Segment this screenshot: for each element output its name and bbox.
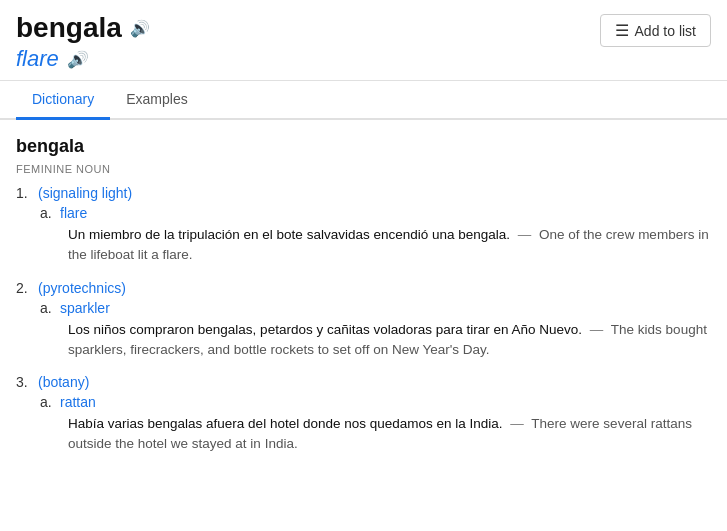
header: bengala 🔊 flare 🔊 ☰ Add to list — [0, 0, 727, 81]
sub-letter-1a: a. — [40, 205, 56, 221]
sub-word: flare 🔊 — [16, 46, 711, 72]
sub-word-text: flare — [16, 46, 59, 72]
list-icon: ☰ — [615, 21, 629, 40]
main-word-text: bengala — [16, 12, 122, 44]
tab-dictionary[interactable]: Dictionary — [16, 81, 110, 120]
sub-sound-icon[interactable]: 🔊 — [67, 50, 87, 69]
sub-word-3a[interactable]: rattan — [60, 394, 96, 410]
def-number-3: 3. — [16, 374, 34, 390]
example-es-1a: Un miembro de la tripulación en el bote … — [68, 227, 510, 242]
add-to-list-button[interactable]: ☰ Add to list — [600, 14, 711, 47]
sub-letter-2a: a. — [40, 300, 56, 316]
example-es-3a: Había varias bengalas afuera del hotel d… — [68, 416, 503, 431]
example-3a: Había varias bengalas afuera del hotel d… — [68, 414, 711, 455]
sub-letter-3a: a. — [40, 394, 56, 410]
sub-def-2a: a. sparkler — [40, 300, 711, 316]
example-dash-3a: — — [510, 416, 524, 431]
sub-def-3a: a. rattan — [40, 394, 711, 410]
definition-group-1: 1. (signaling light) a. flare Un miembro… — [16, 185, 711, 266]
sense-label-2: (pyrotechnics) — [38, 280, 126, 296]
def-number-2: 2. — [16, 280, 34, 296]
example-es-2a: Los niños compraron bengalas, petardos y… — [68, 322, 582, 337]
main-sound-icon[interactable]: 🔊 — [130, 19, 150, 38]
definition-num-1: 1. (signaling light) — [16, 185, 711, 201]
definition-group-2: 2. (pyrotechnics) a. sparkler Los niños … — [16, 280, 711, 361]
part-of-speech: FEMININE NOUN — [16, 163, 711, 175]
example-2a: Los niños compraron bengalas, petardos y… — [68, 320, 711, 361]
definition-group-3: 3. (botany) a. rattan Había varias benga… — [16, 374, 711, 455]
sub-def-1a: a. flare — [40, 205, 711, 221]
example-1a: Un miembro de la tripulación en el bote … — [68, 225, 711, 266]
add-to-list-label: Add to list — [635, 23, 696, 39]
def-number-1: 1. — [16, 185, 34, 201]
dictionary-content: bengala FEMININE NOUN 1. (signaling ligh… — [0, 120, 727, 485]
definition-num-2: 2. (pyrotechnics) — [16, 280, 711, 296]
sense-label-1: (signaling light) — [38, 185, 132, 201]
entry-word: bengala — [16, 136, 711, 157]
example-dash-2a: — — [590, 322, 604, 337]
example-dash-1a: — — [518, 227, 532, 242]
sub-word-1a[interactable]: flare — [60, 205, 87, 221]
sub-word-2a[interactable]: sparkler — [60, 300, 110, 316]
tab-examples[interactable]: Examples — [110, 81, 203, 120]
definition-num-3: 3. (botany) — [16, 374, 711, 390]
tab-bar: Dictionary Examples — [0, 81, 727, 120]
sense-label-3: (botany) — [38, 374, 89, 390]
